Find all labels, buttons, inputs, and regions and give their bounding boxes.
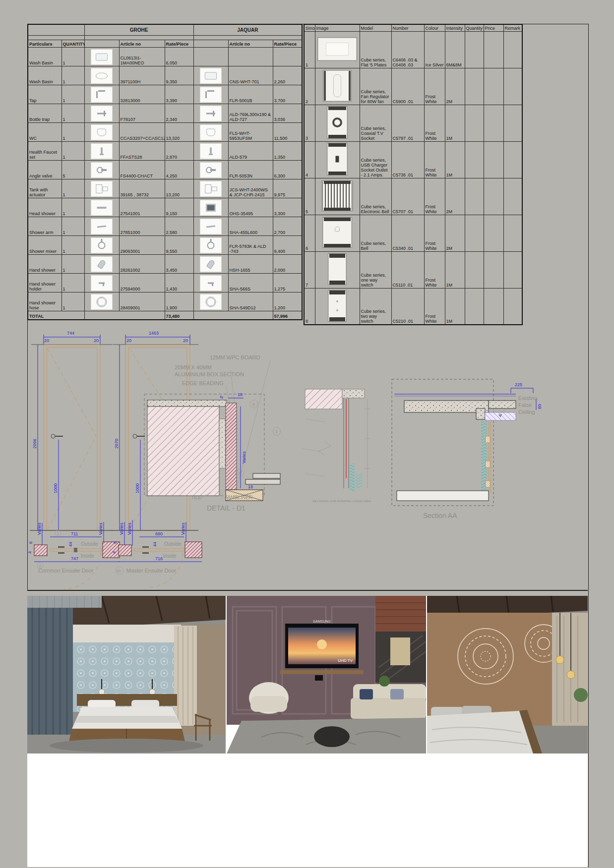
jaquar-article-cell: SHA-549D12 bbox=[228, 292, 273, 311]
table-row: Shower arm 1 27851000 2,580 SHA-455L600 … bbox=[28, 217, 302, 235]
sino-cell: 3 bbox=[304, 105, 315, 141]
remark-cell bbox=[503, 251, 522, 288]
inside-label: Inside bbox=[163, 553, 177, 559]
dim-leaf: 680 bbox=[155, 531, 163, 536]
grohe-rate-cell: 13,200 bbox=[165, 179, 193, 198]
render-panel: SAMSUNG UHD TV bbox=[27, 590, 588, 867]
remark-cell bbox=[503, 178, 522, 215]
grohe-image-cell bbox=[84, 85, 119, 104]
fixture-icon bbox=[91, 256, 113, 272]
quantity-cell: 1 bbox=[61, 235, 84, 254]
jaquar-image-cell bbox=[193, 47, 228, 66]
label-tile: TILE bbox=[191, 495, 201, 500]
grohe-article-cell: CCAS3207+CCASC128 bbox=[119, 122, 165, 141]
bedroom-render-1 bbox=[27, 596, 226, 753]
jaquar-rate-cell: 11,500 bbox=[273, 122, 302, 141]
fixture-icon bbox=[91, 68, 113, 84]
quantity-cell: 1 bbox=[61, 273, 84, 292]
particulars-cell: Hand shower holder bbox=[28, 273, 61, 292]
jaquar-rate-cell: 2,260 bbox=[273, 66, 302, 85]
table-row: Bottle trap 1 F78107 2,340 ALD-769L300x1… bbox=[28, 104, 302, 122]
remark-cell bbox=[503, 141, 522, 178]
key-detail-drawing: KEY DETAIL FOR INTERNAL LIVING AREA bbox=[303, 389, 371, 503]
label-box-section-2: ALUMINIUM BOX SECTION bbox=[175, 371, 244, 377]
switch-plate-icon bbox=[318, 38, 357, 60]
grohe-rate-cell: 2,340 bbox=[165, 104, 193, 122]
fixture-icon bbox=[91, 275, 113, 291]
dim-handle-height: 1000 bbox=[53, 483, 58, 493]
blank-corner-cell bbox=[28, 24, 84, 35]
quantity-cell bbox=[465, 141, 484, 178]
fixture-icon bbox=[91, 49, 113, 65]
quantity-cell: 1 bbox=[61, 198, 84, 217]
grohe-article-cell: 28261002 bbox=[119, 254, 165, 273]
column-header: Colour bbox=[424, 24, 445, 31]
grohe-image-cell bbox=[84, 47, 119, 66]
grohe-rate-cell: 1,430 bbox=[165, 273, 193, 292]
column-header: Model bbox=[360, 24, 391, 31]
remark-cell bbox=[503, 68, 522, 105]
jaquar-rate-cell: 2,700 bbox=[273, 217, 302, 235]
detail-callout-d1: D1 bbox=[117, 569, 121, 573]
grohe-article-cell: 32813000 bbox=[119, 85, 165, 104]
quantity-cell: 5 bbox=[61, 160, 84, 179]
sino-cell: 2 bbox=[304, 68, 315, 105]
grohe-image-cell bbox=[84, 292, 119, 311]
column-header: Price bbox=[484, 24, 503, 31]
fixture-icon bbox=[200, 275, 222, 291]
table-row: 5 Cube series, Electronic Bell C5707 .01… bbox=[304, 178, 522, 215]
dim-opening: 716 bbox=[155, 556, 163, 561]
grohe-rate-cell: 9,150 bbox=[165, 198, 193, 217]
plan-caption: Common Ensuite Door bbox=[38, 568, 94, 574]
jaquar-article-cell: FLR-5783K & ALD -743 bbox=[228, 235, 273, 254]
quantity-cell bbox=[465, 215, 484, 251]
dim-opening: 747 bbox=[71, 556, 78, 561]
table-row: Tap 1 32813000 3,390 FLR-5001B 3,700 bbox=[28, 85, 302, 104]
jaquar-image-cell bbox=[193, 66, 228, 85]
key-detail-caption: KEY DETAIL FOR INTERNAL LIVING AREA bbox=[312, 500, 371, 503]
blank-cell bbox=[193, 311, 273, 320]
fixture-icon bbox=[200, 162, 222, 178]
bedroom-render-2 bbox=[427, 596, 588, 753]
sino-cell: 4 bbox=[304, 141, 315, 178]
jaquar-rate-cell: 6,300 bbox=[273, 160, 302, 179]
quantity-cell: 1 bbox=[61, 217, 84, 235]
table-row: 4 Cube series, USB Charger Socket Outlet… bbox=[304, 141, 522, 178]
quantity-cell bbox=[465, 251, 484, 288]
fixture-icon bbox=[200, 237, 222, 253]
dim-door-width: 744 bbox=[67, 331, 74, 336]
price-cell bbox=[484, 215, 503, 251]
model-cell: Cube series, two way switch bbox=[360, 288, 391, 325]
jaquar-article-cell: JCS-WHT-2400WS & JCP-CHR-2415 bbox=[228, 179, 273, 198]
grohe-article-cell: FS4400-CHACT bbox=[119, 160, 165, 179]
sanitary-comparison-table: GROHE JAQUAR Particulars QUANTITY Articl… bbox=[27, 24, 303, 320]
jaquar-image-cell bbox=[193, 85, 228, 104]
switch-image-cell bbox=[315, 31, 360, 68]
price-cell bbox=[484, 105, 503, 141]
detail-d1-drawing: 12MM WPC BOARD 20MM X 40MM ALUMINIUM BOX… bbox=[144, 354, 281, 512]
jaquar-rate-cell: 2,000 bbox=[273, 254, 302, 273]
sino-cell: 7 bbox=[304, 251, 315, 288]
column-header: Remark bbox=[503, 24, 522, 31]
dim-varies-right: Varies bbox=[98, 522, 103, 535]
table-row: Health Faucet set 1 FFASTS28 2,870 ALD-5… bbox=[28, 141, 302, 160]
fixture-icon bbox=[91, 87, 113, 103]
sanitary-table-body: Wash Basin 1 CL0613I1-1MA00NEO 6,050 Was… bbox=[28, 47, 302, 311]
grohe-image-cell bbox=[84, 198, 119, 217]
fixture-icon bbox=[91, 162, 113, 178]
intensity-cell: 2M bbox=[445, 178, 465, 215]
intensity-cell: 1M bbox=[445, 251, 465, 288]
intensity-cell: 1M bbox=[445, 105, 465, 141]
dim-varies-right: Varies bbox=[181, 522, 185, 535]
render-panel-gap bbox=[27, 591, 588, 596]
fixture-icon bbox=[200, 106, 222, 121]
fixture-icon bbox=[200, 256, 222, 272]
tv-brand-logo: SAMSUNG bbox=[313, 620, 330, 623]
jaquar-image-cell bbox=[193, 254, 228, 273]
model-cell: Cube series, Electronic Bell bbox=[360, 178, 391, 215]
dim-thickness: 44 bbox=[68, 542, 73, 547]
fixture-icon bbox=[200, 200, 222, 216]
grohe-rate-cell: 2,870 bbox=[165, 141, 193, 160]
switch-image-cell bbox=[315, 215, 360, 251]
remark-cell bbox=[503, 288, 522, 325]
